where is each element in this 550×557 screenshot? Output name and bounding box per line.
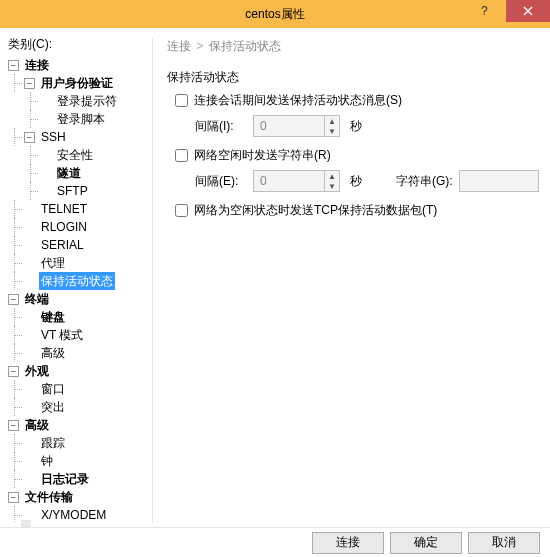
tree-node[interactable]: TELNET [39, 200, 89, 218]
breadcrumb-current: 保持活动状态 [209, 39, 281, 53]
send-keepalive-checkbox[interactable] [175, 94, 188, 107]
send-keepalive-label: 连接会话期间发送保持活动状态消息(S) [194, 92, 402, 109]
tree-node[interactable]: 安全性 [55, 146, 95, 164]
tree-node[interactable]: 代理 [39, 254, 67, 272]
tree-node[interactable]: 跟踪 [39, 434, 67, 452]
interval-i-input[interactable] [254, 116, 324, 136]
spinner-down-icon[interactable]: ▼ [325, 181, 339, 191]
tree-node[interactable]: 用户身份验证 [39, 74, 115, 92]
tree-node[interactable]: 钟 [39, 452, 55, 470]
window-title: centos属性 [245, 6, 304, 23]
tree-node[interactable]: SERIAL [39, 236, 86, 254]
tree-node-connection[interactable]: 连接 [23, 56, 51, 74]
cancel-button[interactable]: 取消 [468, 532, 540, 554]
seconds-unit: 秒 [350, 173, 362, 190]
svg-text:?: ? [481, 5, 488, 17]
group-title: 保持活动状态 [167, 69, 540, 86]
tree-node[interactable]: 高级 [23, 416, 51, 434]
spinner-down-icon[interactable]: ▼ [325, 126, 339, 136]
tree-node[interactable]: 外观 [23, 362, 51, 380]
tree-node[interactable]: X/YMODEM [39, 506, 108, 523]
tree-node[interactable]: SSH [39, 128, 68, 146]
breadcrumb: 连接 > 保持活动状态 [167, 38, 540, 55]
tree-node[interactable]: 登录提示符 [55, 92, 119, 110]
category-tree-pane: −连接 −用户身份验证 登录提示符 登录脚本 −SSH 安 [0, 28, 152, 527]
interval-e-input[interactable] [254, 171, 324, 191]
expand-icon[interactable]: − [8, 60, 19, 71]
expand-icon[interactable]: − [24, 78, 35, 89]
string-g-label: 字符串(G): [396, 173, 453, 190]
interval-e-label: 间隔(E): [195, 173, 247, 190]
tree-node[interactable]: 键盘 [39, 308, 67, 326]
tree-node[interactable]: 突出 [39, 398, 67, 416]
close-button[interactable] [506, 0, 550, 22]
expand-icon[interactable]: − [8, 294, 19, 305]
expand-icon[interactable]: − [8, 420, 19, 431]
tree-node[interactable]: VT 模式 [39, 326, 85, 344]
seconds-unit: 秒 [350, 118, 362, 135]
breadcrumb-link[interactable]: 连接 [167, 39, 191, 53]
tree-node[interactable]: 高级 [39, 344, 67, 362]
interval-i-label: 间隔(I): [195, 118, 247, 135]
settings-pane: 连接 > 保持活动状态 保持活动状态 连接会话期间发送保持活动状态消息(S) 间… [153, 28, 550, 527]
send-string-label: 网络空闲时发送字符串(R) [194, 147, 331, 164]
ok-button[interactable]: 确定 [390, 532, 462, 554]
dialog-footer: 连接 确定 取消 [0, 527, 550, 557]
connect-button[interactable]: 连接 [312, 532, 384, 554]
tree-node[interactable]: 终端 [23, 290, 51, 308]
spinner-up-icon[interactable]: ▲ [325, 116, 339, 126]
tree-node[interactable]: 文件传输 [23, 488, 75, 506]
expand-icon[interactable]: − [24, 132, 35, 143]
expand-icon[interactable]: − [8, 366, 19, 377]
tree-node[interactable]: 隧道 [55, 164, 83, 182]
spinner-up-icon[interactable]: ▲ [325, 171, 339, 181]
tree-node-keepalive[interactable]: 保持活动状态 [39, 272, 115, 290]
tree-node[interactable]: RLOGIN [39, 218, 89, 236]
category-label: 类别(C): [8, 36, 52, 53]
tcp-keepalive-checkbox[interactable] [175, 204, 188, 217]
expand-icon[interactable]: − [8, 492, 19, 503]
send-string-checkbox[interactable] [175, 149, 188, 162]
interval-e-spinner[interactable]: ▲▼ [253, 170, 340, 192]
tree-node[interactable]: 登录脚本 [55, 110, 107, 128]
title-bar: centos属性 ? [0, 0, 550, 28]
tcp-keepalive-label: 网络为空闲状态时发送TCP保持活动数据包(T) [194, 202, 437, 219]
interval-i-spinner[interactable]: ▲▼ [253, 115, 340, 137]
help-button[interactable]: ? [462, 0, 506, 22]
string-g-input[interactable] [459, 170, 539, 192]
tree-node[interactable]: 窗口 [39, 380, 67, 398]
category-tree[interactable]: −连接 −用户身份验证 登录提示符 登录脚本 −SSH 安 [8, 56, 150, 523]
tree-node[interactable]: 日志记录 [39, 470, 91, 488]
tree-node[interactable]: SFTP [55, 182, 90, 200]
